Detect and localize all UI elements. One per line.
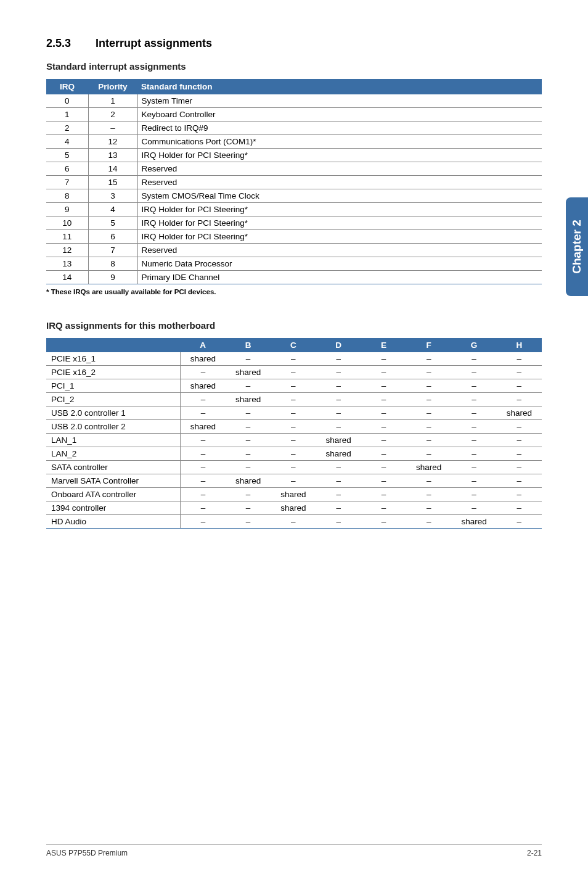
row-label: HD Audio — [46, 515, 181, 529]
cell: – — [451, 420, 496, 434]
cell: Primary IDE Channel — [137, 271, 542, 284]
cell: Numeric Data Processor — [137, 257, 542, 271]
chapter-label: Chapter 2 — [570, 220, 584, 274]
cell: shared — [451, 515, 496, 529]
table-row: 412Communications Port (COM1)* — [46, 135, 542, 149]
cell: – — [181, 501, 226, 515]
cell: – — [316, 366, 361, 379]
table-row: Marvell SATA Controller–shared–––––– — [46, 474, 542, 488]
cell: – — [361, 461, 406, 474]
cell: – — [406, 434, 451, 447]
cell: – — [271, 474, 316, 488]
cell: Redirect to IRQ#9 — [137, 122, 542, 135]
table-row: Onboard ATA controller––shared––––– — [46, 488, 542, 501]
th-col: A — [181, 339, 226, 352]
cell: – — [361, 420, 406, 434]
cell: – — [406, 393, 451, 406]
cell: 15 — [88, 176, 137, 189]
cell: – — [181, 434, 226, 447]
footnote: * These IRQs are usually available for P… — [46, 288, 542, 295]
cell: – — [406, 447, 451, 461]
cell: 2 — [88, 108, 137, 122]
cell: – — [497, 434, 542, 447]
row-label: PCIE x16_2 — [46, 366, 181, 379]
cell: shared — [316, 447, 361, 461]
standard-irq-table: IRQ Priority Standard function 01System … — [46, 79, 542, 284]
cell: 7 — [88, 244, 137, 257]
table-row: PCI_2–shared–––––– — [46, 393, 542, 406]
std-heading: Standard interrupt assignments — [46, 61, 542, 72]
cell: – — [497, 379, 542, 393]
cell: – — [497, 501, 542, 515]
cell: – — [316, 393, 361, 406]
cell: – — [181, 474, 226, 488]
cell: shared — [181, 352, 226, 366]
table-row: SATA controller–––––shared–– — [46, 461, 542, 474]
cell: – — [226, 379, 271, 393]
cell: – — [451, 366, 496, 379]
cell: 13 — [46, 257, 88, 271]
cell: – — [181, 488, 226, 501]
cell: – — [316, 515, 361, 529]
cell: shared — [497, 406, 542, 420]
cell: – — [361, 488, 406, 501]
cell: – — [361, 406, 406, 420]
cell: – — [226, 501, 271, 515]
cell: – — [451, 393, 496, 406]
cell: 12 — [46, 244, 88, 257]
cell: – — [226, 406, 271, 420]
cell: – — [406, 420, 451, 434]
cell: – — [497, 474, 542, 488]
cell: – — [497, 393, 542, 406]
cell: 9 — [88, 271, 137, 284]
cell: – — [361, 434, 406, 447]
cell: – — [497, 488, 542, 501]
cell: – — [406, 474, 451, 488]
cell: – — [497, 447, 542, 461]
cell: IRQ Holder for PCI Steering* — [137, 203, 542, 217]
table-header-row: IRQ Priority Standard function — [46, 80, 542, 94]
cell: – — [451, 474, 496, 488]
cell: 6 — [46, 162, 88, 176]
page-footer: ASUS P7P55D Premium 2-21 — [46, 844, 542, 857]
cell: – — [497, 461, 542, 474]
cell: – — [181, 406, 226, 420]
cell: Reserved — [137, 244, 542, 257]
cell: – — [451, 501, 496, 515]
cell: – — [361, 474, 406, 488]
table-row: LAN_1–––shared–––– — [46, 434, 542, 447]
cell: – — [406, 379, 451, 393]
cell: – — [316, 501, 361, 515]
cell: 12 — [88, 135, 137, 149]
cell: – — [226, 461, 271, 474]
row-label: Onboard ATA controller — [46, 488, 181, 501]
cell: 9 — [46, 203, 88, 217]
cell: – — [361, 501, 406, 515]
th-col: D — [316, 339, 361, 352]
cell: – — [271, 352, 316, 366]
cell: 13 — [88, 149, 137, 162]
th-col: H — [497, 339, 542, 352]
cell: – — [271, 379, 316, 393]
table-row: 614Reserved — [46, 162, 542, 176]
cell: – — [226, 515, 271, 529]
section-heading: 2.5.3 Interrupt assignments — [46, 37, 542, 50]
table-row: 01System Timer — [46, 94, 542, 108]
th-col: C — [271, 339, 316, 352]
cell: System Timer — [137, 94, 542, 108]
chapter-side-tab: Chapter 2 — [566, 197, 588, 296]
cell: – — [271, 406, 316, 420]
cell: shared — [226, 366, 271, 379]
cell: – — [361, 447, 406, 461]
th-blank — [46, 339, 181, 352]
row-label: PCI_1 — [46, 379, 181, 393]
th-col: E — [361, 339, 406, 352]
cell: shared — [271, 501, 316, 515]
cell: – — [316, 420, 361, 434]
row-label: USB 2.0 controller 1 — [46, 406, 181, 420]
cell: – — [451, 406, 496, 420]
cell: 6 — [88, 230, 137, 244]
motherboard-irq-table: ABCDEFGH PCIE x16_1shared–––––––PCIE x16… — [46, 338, 542, 529]
cell: – — [316, 379, 361, 393]
row-label: USB 2.0 controller 2 — [46, 420, 181, 434]
